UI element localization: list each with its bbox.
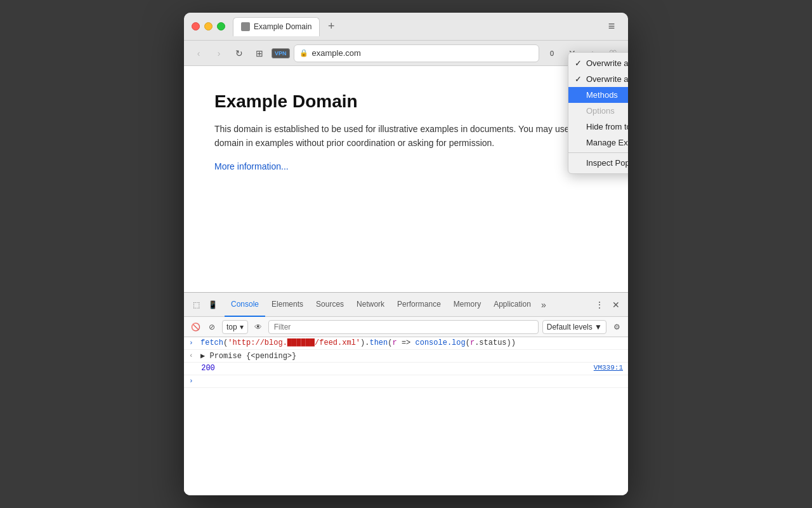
page-title: Example Domain (214, 91, 598, 112)
tab-sources[interactable]: Sources (310, 293, 350, 317)
tab-elements[interactable]: Elements (265, 293, 310, 317)
more-info-link[interactable]: More information... (214, 161, 289, 171)
log-levels-select[interactable]: Default levels ▼ (542, 320, 606, 334)
active-tab[interactable]: Example Domain (233, 17, 320, 36)
devtools-tabs: ⬚ 📱 Console Elements Sources Network Per… (184, 293, 628, 317)
devtools-close-button[interactable]: ✕ (609, 298, 623, 312)
console-clear-button[interactable]: 🚫 (189, 321, 202, 333)
devtools-more-button[interactable]: ⋮ (593, 298, 606, 312)
close-badge-button[interactable]: ✕ (563, 44, 581, 62)
tab-network[interactable]: Network (350, 293, 391, 317)
back-button[interactable]: ‹ (190, 45, 207, 62)
fetch-command-text: fetch('http://blog.██████/feed.xml').the… (200, 338, 623, 347)
forward-button[interactable]: › (211, 45, 227, 62)
devtools-actions: ⋮ ✕ (593, 298, 623, 312)
vpn-badge: VPN (272, 48, 290, 58)
devtools-panel: ⬚ 📱 Console Elements Sources Network Per… (184, 292, 628, 495)
console-result-line: 200 VM339:1 (184, 363, 628, 375)
browser-menu-button[interactable]: ≡ (603, 18, 620, 36)
bookmark-button[interactable]: ♡ (604, 44, 622, 62)
input-arrow-icon: › (189, 338, 197, 347)
devtools-sidebar-icons: ⬚ 📱 (189, 298, 219, 312)
result-value: 200 (201, 364, 594, 373)
console-fetch-line: › fetch('http://blog.██████/feed.xml').t… (184, 337, 628, 350)
console-input-line[interactable]: › (184, 375, 628, 388)
tab-memory[interactable]: Memory (447, 293, 487, 317)
prompt-icon: › (189, 377, 197, 385)
promise-text: ▶ Promise {<pending>} (200, 351, 623, 361)
tab-favicon (241, 22, 250, 31)
new-tab-button[interactable]: + (322, 18, 340, 36)
output-arrow-icon: ‹ (189, 351, 197, 359)
grid-button[interactable]: ⊞ (251, 45, 268, 62)
log-levels-label: Default levels ▼ (547, 323, 602, 331)
more-tabs-button[interactable]: » (537, 300, 550, 310)
console-toolbar: 🚫 ⊘ top ▾ 👁 Default levels ▼ ⚙ (184, 317, 628, 337)
tab-performance[interactable]: Performance (391, 293, 447, 317)
devtools-inspect-icon[interactable]: ⬚ (189, 298, 203, 312)
nav-right-icons: 0 ✕ ↓ ♡ (543, 44, 622, 62)
result-spacer (189, 364, 197, 372)
lock-icon: 🔒 (299, 49, 308, 57)
browser-window: Example Domain + ≡ ‹ › ↻ ⊞ VPN 🔒 example… (184, 13, 628, 495)
traffic-lights (192, 22, 225, 30)
minimize-button[interactable] (204, 22, 213, 30)
nav-bar: ‹ › ↻ ⊞ VPN 🔒 example.com 0 ✕ ↓ ♡ (184, 41, 628, 66)
download-button[interactable]: ↓ (584, 44, 601, 62)
console-eye-button[interactable]: 👁 (252, 321, 265, 333)
maximize-button[interactable] (217, 22, 225, 30)
address-bar[interactable]: 🔒 example.com (294, 44, 539, 62)
extension-badge-count: 0 (543, 44, 561, 62)
context-dropdown-icon: ▾ (240, 323, 244, 331)
console-settings-button[interactable]: ⚙ (610, 321, 623, 333)
context-select[interactable]: top ▾ (222, 320, 248, 334)
result-source[interactable]: VM339:1 (594, 364, 623, 371)
tab-application[interactable]: Application (487, 293, 537, 317)
console-filter-input[interactable] (268, 320, 539, 334)
devtools-device-icon[interactable]: 📱 (206, 298, 219, 312)
tab-label: Example Domain (254, 22, 311, 31)
close-button[interactable] (192, 22, 200, 30)
reload-button[interactable]: ↻ (231, 45, 247, 62)
tab-bar: Example Domain + (233, 17, 603, 36)
url-text: example.com (312, 48, 361, 58)
console-promise-line: ‹ ▶ Promise {<pending>} (184, 350, 628, 363)
console-block-button[interactable]: ⊘ (206, 321, 218, 333)
title-bar: Example Domain + ≡ (184, 13, 628, 41)
tab-console[interactable]: Console (225, 293, 265, 317)
page-body: This domain is established to be used fo… (214, 122, 598, 150)
context-value: top (226, 323, 237, 331)
console-output: › fetch('http://blog.██████/feed.xml').t… (184, 337, 628, 495)
page-content: Example Domain This domain is establishe… (184, 66, 628, 292)
